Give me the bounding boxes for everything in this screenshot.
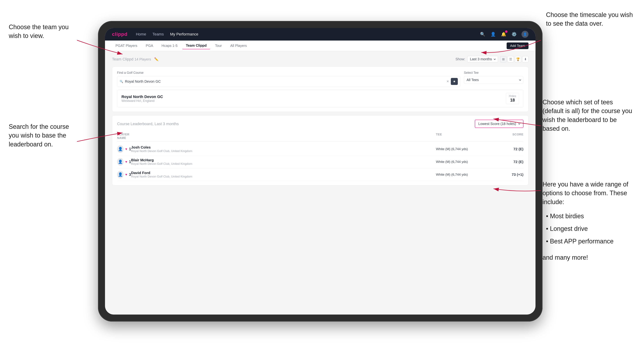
- sub-nav: PGAT Players PGA Hcaps 1-5 Team Clippd T…: [105, 40, 536, 51]
- profile-icon[interactable]: 👤: [490, 31, 496, 37]
- player-name-1: Josh Coles: [131, 145, 436, 149]
- user-avatar[interactable]: 👤: [522, 31, 528, 38]
- player-tee-3: White (M) (6,744 yds): [436, 173, 488, 176]
- table-header: PLAYER NAME TEE SCORE: [117, 131, 524, 141]
- trophy-view-icon[interactable]: 🏆: [515, 56, 521, 62]
- notification-badge: [505, 30, 508, 33]
- player-info-1: Josh Coles Royal North Devon Golf Club, …: [131, 145, 436, 153]
- tablet-frame: clippd Home Teams My Performance 🔍 👤 🔔 ⚙…: [98, 21, 542, 322]
- player-name-2: Blair McHarg: [131, 158, 436, 162]
- navbar-icons: 🔍 👤 🔔 ⚙️ 👤: [480, 31, 528, 38]
- rank-number-2: 1: [129, 160, 131, 164]
- subnav-tour[interactable]: Tour: [212, 42, 226, 49]
- tee-select-group: Select Tee All Tees: [464, 71, 524, 87]
- show-label: Show:: [456, 57, 465, 61]
- col-score: SCORE: [488, 133, 524, 140]
- tablet-screen: clippd Home Teams My Performance 🔍 👤 🔔 ⚙…: [105, 28, 536, 315]
- score-type-dropdown[interactable]: Lowest Score (18 holes): [475, 120, 524, 128]
- col-player-name-spacer: [131, 133, 436, 140]
- col-player-name: PLAYER NAME: [117, 133, 131, 140]
- table-row: 👤 ♥ 1 Josh Coles Royal North Devon Golf …: [117, 143, 524, 156]
- main-nav: Home Teams My Performance: [136, 32, 471, 36]
- leaderboard-header: Course Leaderboard, Last 3 months Lowest…: [117, 120, 524, 128]
- grid-view-icon[interactable]: ⊞: [500, 56, 506, 62]
- holes-number: 18: [509, 98, 516, 103]
- nav-home[interactable]: Home: [136, 32, 146, 36]
- leaderboard-title: Course Leaderboard, Last 3 months: [117, 122, 179, 126]
- player-club-3: Royal North Devon Golf Club, United King…: [131, 175, 436, 178]
- annotation-timescale: Choose the timescale you wish to see the…: [546, 10, 634, 28]
- annotation-score-options: Here you have a wide range of options to…: [542, 180, 634, 262]
- player-name-3: David Ford: [131, 171, 436, 175]
- course-result-info: Royal North Devon GC Westward Ho!, Engla…: [122, 95, 163, 103]
- player-info-2: Blair McHarg Royal North Devon Golf Club…: [131, 158, 436, 166]
- edit-team-icon[interactable]: ✏️: [154, 57, 158, 61]
- leaderboard-table: PLAYER NAME TEE SCORE 👤 ♥ 1 Josh: [117, 131, 524, 181]
- subnav-pgat[interactable]: PGAT Players: [112, 42, 141, 49]
- player-tee-1: White (M) (6,744 yds): [436, 147, 488, 151]
- show-options: Show: Last 3 months ⊞ ☰ 🏆 ⬇: [456, 56, 528, 62]
- team-header: Team Clippd 14 Players ✏️ Show: Last 3 m…: [112, 56, 528, 62]
- course-search-input[interactable]: [125, 79, 445, 84]
- list-view-icon[interactable]: ☰: [508, 56, 514, 62]
- heart-icon-3: ♥: [125, 173, 127, 176]
- player-avatar-1: 👤: [117, 145, 124, 153]
- clear-search-icon[interactable]: ✕: [446, 79, 449, 83]
- holes-label: Holes: [509, 95, 516, 98]
- annotation-choose-team: Choose the team you wish to view.: [9, 23, 75, 40]
- tee-dropdown[interactable]: All Tees: [464, 76, 524, 84]
- player-score-2: 72 (E): [488, 160, 524, 164]
- course-result-name: Royal North Devon GC: [122, 95, 163, 99]
- search-icon[interactable]: 🔍: [480, 31, 486, 37]
- course-search-group: Find a Golf Course 🔍 ✕ ★: [117, 71, 460, 87]
- time-period-select[interactable]: Last 3 months: [467, 56, 498, 62]
- subnav-hcaps[interactable]: Hcaps 1-5: [158, 42, 181, 49]
- search-row: Find a Golf Course 🔍 ✕ ★ Select Tee All …: [117, 71, 524, 87]
- heart-icon-1: ♥: [125, 147, 127, 151]
- annotation-search-course: Search for the course you wish to base t…: [9, 122, 75, 149]
- annotation-tees: Choose which set of tees (default is all…: [542, 98, 634, 133]
- find-course-label: Find a Golf Course: [117, 71, 460, 75]
- subnav-all-players[interactable]: All Players: [227, 42, 250, 49]
- course-result[interactable]: Royal North Devon GC Westward Ho!, Engla…: [117, 90, 524, 107]
- player-club-2: Royal North Devon Golf Club, United King…: [131, 162, 436, 166]
- player-rank-1: 👤 ♥ 1: [117, 145, 131, 153]
- col-tee: TEE: [436, 133, 488, 140]
- favorite-icon[interactable]: ★: [451, 78, 458, 85]
- player-info-3: David Ford Royal North Devon Golf Club, …: [131, 171, 436, 178]
- table-row: 👤 ♥ 1 Blair McHarg Royal North Devon Gol…: [117, 156, 524, 168]
- table-row: 👤 ♥ 3 David Ford Royal North Devon Golf …: [117, 168, 524, 181]
- player-score-1: 72 (E): [488, 147, 524, 151]
- search-area: Find a Golf Course 🔍 ✕ ★ Select Tee All …: [112, 67, 528, 112]
- player-score-3: 73 (+1): [488, 173, 524, 177]
- course-result-location: Westward Ho!, England: [122, 99, 163, 103]
- subnav-team-clippd[interactable]: Team Clippd: [182, 42, 210, 49]
- course-search-wrap: 🔍 ✕ ★: [117, 76, 460, 87]
- view-icons: ⊞ ☰ 🏆 ⬇: [500, 56, 528, 62]
- player-avatar-3: 👤: [117, 171, 124, 178]
- team-title: Team Clippd 14 Players: [112, 57, 151, 61]
- add-team-button[interactable]: Add Team: [506, 42, 528, 49]
- nav-teams[interactable]: Teams: [152, 32, 164, 36]
- player-avatar-2: 👤: [117, 158, 124, 166]
- rank-number-3: 3: [129, 172, 131, 177]
- holes-badge: Holes 18: [506, 93, 519, 104]
- search-input-icon: 🔍: [120, 80, 123, 83]
- app-logo: clippd: [112, 31, 128, 37]
- navbar: clippd Home Teams My Performance 🔍 👤 🔔 ⚙…: [105, 28, 536, 40]
- nav-my-performance[interactable]: My Performance: [170, 32, 198, 36]
- leaderboard-section: Course Leaderboard, Last 3 months Lowest…: [112, 115, 528, 185]
- main-content: Team Clippd 14 Players ✏️ Show: Last 3 m…: [105, 51, 536, 190]
- subnav-pga[interactable]: PGA: [142, 42, 156, 49]
- player-rank-3: 👤 ♥ 3: [117, 171, 131, 178]
- player-club-1: Royal North Devon Golf Club, United King…: [131, 149, 436, 153]
- download-icon[interactable]: ⬇: [522, 56, 528, 62]
- heart-icon-2: ♥: [125, 160, 127, 164]
- bell-icon[interactable]: 🔔: [500, 31, 507, 37]
- rank-number-1: 1: [129, 147, 131, 151]
- player-rank-2: 👤 ♥ 1: [117, 158, 131, 166]
- settings-icon[interactable]: ⚙️: [511, 31, 517, 37]
- player-tee-2: White (M) (6,744 yds): [436, 160, 488, 164]
- select-tee-label: Select Tee: [464, 71, 524, 75]
